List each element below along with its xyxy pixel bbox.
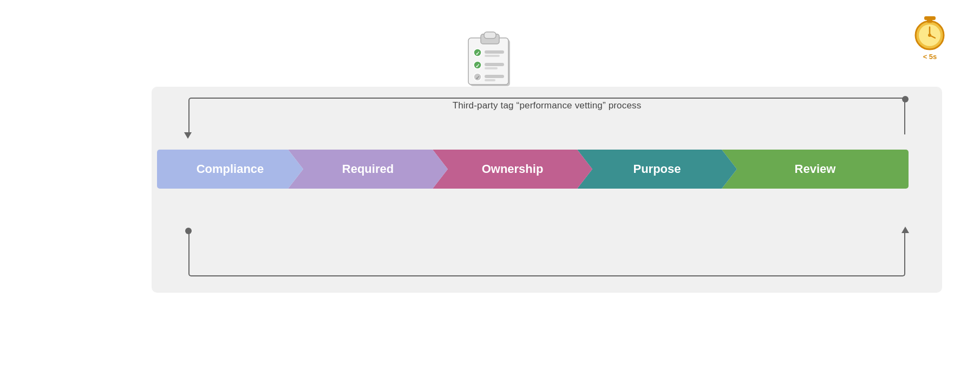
timer-label: < 5s — [923, 53, 937, 61]
svg-rect-10 — [485, 63, 504, 66]
process-title: Third-party tag “performance vetting” pr… — [152, 100, 942, 111]
stages-row: Compliance Required Ownership Purpose Re… — [152, 147, 942, 191]
bottom-loop-dot — [185, 228, 192, 234]
svg-rect-19 — [924, 16, 936, 20]
timer-container: < 5s — [912, 11, 948, 61]
stage-compliance: Compliance — [157, 150, 303, 189]
clipboard-icon: ✓ ✓ ✓ — [466, 30, 514, 92]
svg-rect-3 — [484, 32, 496, 38]
svg-rect-6 — [485, 50, 504, 54]
svg-text:✓: ✓ — [475, 63, 480, 69]
svg-text:✓: ✓ — [475, 50, 480, 56]
svg-text:✓: ✓ — [475, 75, 480, 81]
svg-rect-7 — [485, 55, 500, 57]
bottom-loop-arrow — [901, 227, 909, 233]
top-loop-arrow — [184, 132, 192, 139]
stage-ownership: Ownership — [433, 150, 592, 189]
svg-rect-11 — [485, 67, 498, 69]
stage-required: Required — [288, 150, 448, 189]
bottom-loop-line — [188, 233, 905, 276]
stage-review: Review — [722, 150, 909, 189]
svg-point-22 — [928, 34, 931, 37]
stage-purpose: Purpose — [577, 150, 737, 189]
svg-rect-15 — [485, 79, 495, 81]
process-container: Third-party tag “performance vetting” pr… — [152, 87, 942, 293]
timer-icon — [912, 11, 948, 51]
svg-rect-14 — [485, 75, 504, 78]
top-loop-dot-right — [902, 96, 909, 102]
